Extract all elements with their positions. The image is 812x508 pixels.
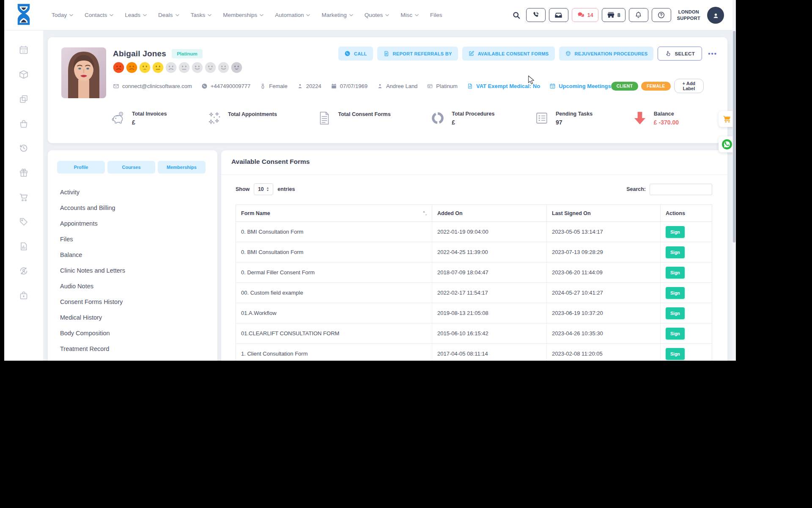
sidebar-item-secure[interactable] <box>15 290 32 301</box>
available-consent-forms-button[interactable]: AVAILABLE CONSENT FORMS <box>462 47 555 61</box>
tab-profile[interactable]: Profile <box>57 161 105 174</box>
store-count-badge: 8 <box>617 12 620 18</box>
sidebar-item-client-sync[interactable] <box>15 265 32 276</box>
more-actions-button[interactable]: ••• <box>706 50 719 57</box>
label-client[interactable]: CLIENT <box>611 82 639 91</box>
sidebar-item-gifts[interactable] <box>15 167 32 178</box>
client-detail[interactable]: +447490009777 <box>201 83 250 89</box>
client-detail[interactable]: Platinum <box>427 83 458 89</box>
user-avatar[interactable] <box>707 7 724 24</box>
nav-item[interactable]: Automation <box>275 12 310 18</box>
calendar-icon: 12 <box>549 83 556 89</box>
panel-title: Available Consent Forms <box>231 158 310 166</box>
client-detail[interactable]: connect@clinicsoftware.com <box>113 83 192 89</box>
sidebar-item-bookings[interactable] <box>15 118 32 129</box>
sidebar-item-pricing[interactable] <box>15 216 32 227</box>
column-header-form-name[interactable]: Form Name <box>236 205 432 221</box>
sidebar-item-calendar[interactable]: 12 <box>15 44 32 55</box>
nav-item[interactable]: Leads <box>125 12 147 18</box>
sidebar-item-shop[interactable] <box>15 192 32 202</box>
select-button[interactable]: SELECT <box>658 47 702 61</box>
nav-item[interactable]: Tasks <box>191 12 212 18</box>
client-menu-recommended-products[interactable]: Recommended Products <box>60 356 212 361</box>
client-menu-balance[interactable]: Balance <box>60 247 212 262</box>
client-detail[interactable]: Female <box>260 83 287 89</box>
inbox-button[interactable] <box>549 8 568 22</box>
mood-face-icon[interactable] <box>192 62 203 73</box>
mood-face-icon[interactable] <box>113 62 124 73</box>
add-label-button[interactable]: + Add Label <box>674 79 704 93</box>
mood-face-icon[interactable] <box>178 62 190 73</box>
client-menu-accounts-and-billing[interactable]: Accounts and Billing <box>60 200 212 215</box>
tab-memberships[interactable]: Memberships <box>158 161 206 174</box>
client-menu-activity[interactable]: Activity <box>60 184 212 200</box>
label-female[interactable]: FEMALE <box>641 82 671 91</box>
client-photo[interactable] <box>61 47 106 98</box>
client-menu-appointments[interactable]: Appointments <box>60 215 212 231</box>
added-on-cell: 2022-04-25 11:39:00 <box>432 242 547 262</box>
nav-item[interactable]: Deals <box>158 12 179 18</box>
messages-button[interactable]: 14 <box>572 8 598 22</box>
nav-item[interactable]: Memberships <box>223 12 263 18</box>
phone-button[interactable] <box>526 8 546 22</box>
client-menu-clinic-notes-and-letters[interactable]: Clinic Notes and Letters <box>60 262 212 278</box>
sidebar-item-history[interactable] <box>15 143 32 153</box>
sign-button[interactable]: Sign <box>666 287 685 299</box>
sidebar-item-duplicates[interactable] <box>15 94 32 104</box>
nav-item[interactable]: Files <box>430 12 442 18</box>
help-button[interactable] <box>652 8 671 22</box>
client-detail[interactable]: VAT Exempt Medical: No <box>467 83 540 89</box>
mood-face-icon[interactable] <box>126 62 137 73</box>
sidebar-item-reports[interactable] <box>15 241 32 251</box>
clinicsoftware-logo[interactable] <box>4 0 43 30</box>
mood-face-icon[interactable] <box>231 62 242 73</box>
scrollbar-thumb[interactable] <box>733 31 735 243</box>
page-size-select[interactable]: 10 <box>254 183 273 195</box>
shopping-cart-icon <box>19 192 29 202</box>
nav-item[interactable]: Today <box>52 12 73 18</box>
client-menu-files[interactable]: Files <box>60 231 212 247</box>
whatsapp-icon <box>721 139 732 150</box>
column-header-last-signed-on[interactable]: Last Signed On <box>547 205 661 221</box>
notifications-button[interactable] <box>629 8 648 22</box>
client-menu-audio-notes[interactable]: Audio Notes <box>60 278 212 294</box>
search-icon[interactable] <box>512 11 521 19</box>
added-on-cell: 2022-02-17 11:54:17 <box>432 283 547 303</box>
store-button[interactable]: 8 <box>602 8 625 22</box>
nav-item[interactable]: Contacts <box>85 12 113 18</box>
sidebar-item-products[interactable] <box>15 69 32 80</box>
sign-button[interactable]: Sign <box>666 307 685 319</box>
client-detail[interactable]: Andree Land <box>377 83 417 89</box>
nav-item[interactable]: Marketing <box>321 12 353 18</box>
sign-button[interactable]: Sign <box>666 348 685 360</box>
sign-button[interactable]: Sign <box>666 246 685 258</box>
rejuvenation-procedures-button[interactable]: REJUVENATION PROCEDURES <box>559 47 654 61</box>
client-menu-body-composition[interactable]: Body Composition <box>60 325 212 341</box>
client-detail[interactable]: 20224 <box>297 83 321 89</box>
report-referrals-button[interactable]: REPORT REFERRALS BY <box>377 47 458 61</box>
client-menu-consent-forms-history[interactable]: Consent Forms History <box>60 294 212 309</box>
last-signed-on-cell: 2023-06-20 11:44:09 <box>547 262 661 282</box>
column-header-added-on[interactable]: Added On <box>432 205 547 221</box>
mood-face-icon[interactable] <box>152 62 164 73</box>
page-scrollbar[interactable] <box>732 0 736 361</box>
tab-courses[interactable]: Courses <box>107 161 155 174</box>
table-search-input[interactable] <box>650 184 712 195</box>
client-detail[interactable]: 12 Upcoming Meetings <box>549 83 611 89</box>
sign-button[interactable]: Sign <box>666 267 685 279</box>
calendar-icon <box>331 83 337 89</box>
client-detail[interactable]: 07/07/1969 <box>331 83 368 89</box>
client-menu-medical-history[interactable]: Medical History <box>60 309 212 325</box>
mood-face-icon[interactable] <box>165 62 177 73</box>
sign-button[interactable]: Sign <box>666 328 685 340</box>
mood-face-icon[interactable] <box>218 62 229 73</box>
mood-face-icon[interactable] <box>205 62 216 73</box>
sign-button[interactable]: Sign <box>666 226 685 238</box>
client-menu-treatment-record[interactable]: Treatment Record <box>60 341 212 356</box>
nav-item[interactable]: Quotes <box>365 12 390 18</box>
call-button[interactable]: CALL <box>338 47 373 61</box>
mood-face-icon[interactable] <box>139 62 151 73</box>
last-signed-on-cell: 2023-06-19 10:37:20 <box>547 303 661 323</box>
nav-item[interactable]: Misc <box>401 12 419 18</box>
chevron-down-icon <box>176 14 179 17</box>
